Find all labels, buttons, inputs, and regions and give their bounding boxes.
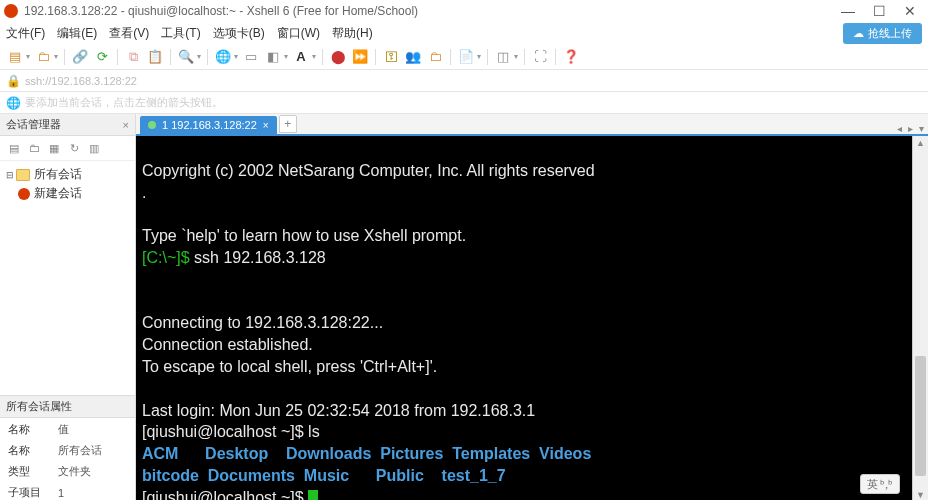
term-ls-row: bitcode Documents Music Public test_1_7 bbox=[142, 467, 506, 484]
tab-add-button[interactable]: + bbox=[279, 115, 297, 133]
content-area: 1 192.168.3.128:22 × + ◂ ▸ ▾ Copyright (… bbox=[136, 114, 928, 500]
window-title: 192.168.3.128:22 - qiushui@localhost:~ -… bbox=[24, 4, 841, 18]
screen-icon[interactable]: ▭ bbox=[242, 48, 260, 66]
search-icon[interactable]: 🔍 bbox=[177, 48, 195, 66]
tree-new-label: 新建会话 bbox=[34, 185, 82, 202]
palette-icon[interactable]: ◧ bbox=[264, 48, 282, 66]
term-prompt-line: [qiushui@localhost ~]$ bbox=[142, 489, 308, 500]
text-icon[interactable]: 📄 bbox=[457, 48, 475, 66]
menu-file[interactable]: 文件(F) bbox=[6, 25, 45, 42]
term-line: Copyright (c) 2002 NetSarang Computer, I… bbox=[142, 162, 595, 179]
tab-label: 1 192.168.3.128:22 bbox=[162, 119, 257, 131]
props-row: 名称所有会话 bbox=[2, 441, 133, 460]
props-title: 所有会话属性 bbox=[0, 395, 135, 418]
copy-icon[interactable]: ⧉ bbox=[124, 48, 142, 66]
menu-window[interactable]: 窗口(W) bbox=[277, 25, 320, 42]
term-line: Type `help' to learn how to use Xshell p… bbox=[142, 227, 466, 244]
paste-icon[interactable]: 📋 bbox=[146, 48, 164, 66]
scroll-up-icon[interactable]: ▲ bbox=[913, 136, 928, 152]
term-blank bbox=[142, 380, 146, 397]
scroll-down-icon[interactable]: ▼ bbox=[913, 488, 928, 500]
terminal[interactable]: Copyright (c) 2002 NetSarang Computer, I… bbox=[136, 136, 928, 500]
sidebar-header: 会话管理器 × bbox=[0, 114, 135, 136]
hint-bar: 🌐 要添加当前会话，点击左侧的箭头按钮。 bbox=[0, 92, 928, 114]
sidebar-tools: ▤ 🗀 ▦ ↻ ▥ bbox=[0, 136, 135, 161]
term-prompt: [C:\~]$ bbox=[142, 249, 194, 266]
titlebar: 192.168.3.128:22 - qiushui@localhost:~ -… bbox=[0, 0, 928, 22]
open-folder-icon[interactable]: 🗀 bbox=[34, 48, 52, 66]
sb-refresh-icon[interactable]: ↻ bbox=[66, 140, 82, 156]
sb-new-icon[interactable]: ▤ bbox=[6, 140, 22, 156]
tab-tools: ◂ ▸ ▾ bbox=[897, 123, 924, 134]
hint-text: 要添加当前会话，点击左侧的箭头按钮。 bbox=[25, 95, 223, 110]
menu-view[interactable]: 查看(V) bbox=[109, 25, 149, 42]
upload-button[interactable]: ☁ 抢线上传 bbox=[843, 23, 922, 44]
props-h2: 值 bbox=[52, 420, 133, 439]
folder-icon bbox=[16, 169, 30, 181]
globe-icon[interactable]: 🌐 bbox=[214, 48, 232, 66]
term-ls-row: ACM Desktop Downloads Pictures Templates… bbox=[142, 445, 591, 462]
term-line: Last login: Mon Jun 25 02:32:54 2018 fro… bbox=[142, 402, 535, 419]
address-bar[interactable]: 🔒 ssh://192.168.3.128:22 bbox=[0, 70, 928, 92]
cursor-icon bbox=[308, 490, 318, 500]
tab-session-1[interactable]: 1 192.168.3.128:22 × bbox=[140, 116, 277, 134]
link-icon[interactable]: 🔗 bbox=[71, 48, 89, 66]
tab-close-icon[interactable]: × bbox=[263, 120, 269, 131]
scroll-thumb[interactable] bbox=[915, 356, 926, 476]
menu-help[interactable]: 帮助(H) bbox=[332, 25, 373, 42]
sb-del-icon[interactable]: ▦ bbox=[46, 140, 62, 156]
help-icon[interactable]: ❓ bbox=[562, 48, 580, 66]
sidebar-close-icon[interactable]: × bbox=[123, 119, 129, 131]
collapse-icon[interactable]: ⊟ bbox=[4, 170, 16, 180]
sb-open-icon[interactable]: 🗀 bbox=[26, 140, 42, 156]
term-line: Connecting to 192.168.3.128:22... bbox=[142, 314, 383, 331]
window-buttons: — ☐ ✕ bbox=[841, 3, 924, 19]
status-dot-icon bbox=[148, 121, 156, 129]
tab-arrow-left-icon[interactable]: ◂ bbox=[897, 123, 902, 134]
key-icon[interactable]: ⚿ bbox=[382, 48, 400, 66]
speed-icon[interactable]: ⏩ bbox=[351, 48, 369, 66]
term-line: Connection established. bbox=[142, 336, 313, 353]
menu-tabs[interactable]: 选项卡(B) bbox=[213, 25, 265, 42]
tab-menu-icon[interactable]: ▾ bbox=[919, 123, 924, 134]
users-icon[interactable]: 👥 bbox=[404, 48, 422, 66]
upload-label: 抢线上传 bbox=[868, 26, 912, 41]
maximize-button[interactable]: ☐ bbox=[873, 3, 886, 19]
tree-new-session[interactable]: 新建会话 bbox=[4, 184, 131, 203]
new-file-icon[interactable]: ▤ bbox=[6, 48, 24, 66]
menu-tools[interactable]: 工具(T) bbox=[161, 25, 200, 42]
lock-icon: 🔒 bbox=[6, 74, 21, 88]
term-line: . bbox=[142, 184, 146, 201]
tab-arrow-right-icon[interactable]: ▸ bbox=[908, 123, 913, 134]
ime-badge[interactable]: 英 ᵇ,ᵇ bbox=[860, 474, 901, 494]
globe-hint-icon: 🌐 bbox=[6, 96, 21, 110]
font-icon[interactable]: A bbox=[292, 48, 310, 66]
app-logo-icon bbox=[4, 4, 18, 18]
props-table: 名称 值 名称所有会话 类型文件夹 子项目1 bbox=[0, 418, 135, 500]
sb-prop-icon[interactable]: ▥ bbox=[86, 140, 102, 156]
term-prompt-line: [qiushui@localhost ~]$ ls bbox=[142, 423, 320, 440]
props-row: 子项目1 bbox=[2, 483, 133, 500]
term-blank bbox=[142, 293, 146, 310]
menu-edit[interactable]: 编辑(E) bbox=[57, 25, 97, 42]
session-tree: ⊟ 所有会话 新建会话 bbox=[0, 161, 135, 395]
props-header-row: 名称 值 bbox=[2, 420, 133, 439]
sidebar-title: 会话管理器 bbox=[6, 117, 61, 132]
tree-root[interactable]: ⊟ 所有会话 bbox=[4, 165, 131, 184]
minimize-button[interactable]: — bbox=[841, 3, 855, 19]
fullscreen-icon[interactable]: ⛶ bbox=[531, 48, 549, 66]
record-icon[interactable]: ⬤ bbox=[329, 48, 347, 66]
close-button[interactable]: ✕ bbox=[904, 3, 916, 19]
sidebar: 会话管理器 × ▤ 🗀 ▦ ↻ ▥ ⊟ 所有会话 新建会话 所有会话属性 名称 bbox=[0, 114, 136, 500]
term-blank bbox=[142, 271, 146, 288]
reconnect-icon[interactable]: ⟳ bbox=[93, 48, 111, 66]
split-icon[interactable]: ◫ bbox=[494, 48, 512, 66]
scrollbar-vertical[interactable]: ▲ ▼ bbox=[912, 136, 928, 500]
address-text: ssh://192.168.3.128:22 bbox=[25, 75, 137, 87]
term-cmd: ssh 192.168.3.128 bbox=[194, 249, 326, 266]
tabstrip: 1 192.168.3.128:22 × + ◂ ▸ ▾ bbox=[136, 114, 928, 136]
cloud-icon: ☁ bbox=[853, 27, 864, 40]
term-line: To escape to local shell, press 'Ctrl+Al… bbox=[142, 358, 437, 375]
session-icon bbox=[18, 188, 30, 200]
folder2-icon[interactable]: 🗀 bbox=[426, 48, 444, 66]
